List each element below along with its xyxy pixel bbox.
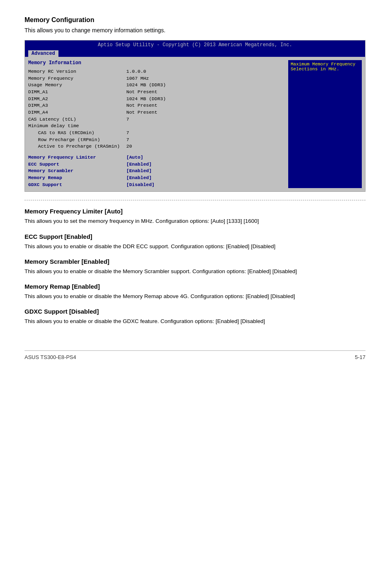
bios-tab-bar: Advanced bbox=[25, 49, 365, 57]
bios-row-freq-limiter[interactable]: Memory Frequency Limiter [Auto] bbox=[28, 154, 285, 161]
section-gdxc: GDXC Support [Disabled] This allows you … bbox=[25, 308, 365, 325]
bios-row-dimm-a2: DIMM_A2 1024 MB (DDR3) bbox=[28, 96, 285, 103]
page-subtitle: This allows you to change memory informa… bbox=[25, 27, 365, 34]
section-remap: Memory Remap [Enabled] This allows you t… bbox=[25, 283, 365, 301]
page-title: Memory Configuration bbox=[25, 16, 365, 24]
bios-row-trpmin: Row Precharge (tRPmin) 7 bbox=[28, 137, 285, 144]
bios-section-title: Memory Information bbox=[28, 60, 285, 66]
sections-container: Memory Frequency Limiter [Auto] This all… bbox=[25, 208, 365, 325]
bios-row-ecc[interactable]: ECC Support [Enabled] bbox=[28, 161, 285, 168]
section-scrambler: Memory Scrambler [Enabled] This allows y… bbox=[25, 258, 365, 276]
bios-tab-advanced[interactable]: Advanced bbox=[28, 50, 58, 57]
section-heading-scrambler: Memory Scrambler [Enabled] bbox=[25, 258, 365, 265]
footer-page: 5-17 bbox=[355, 354, 365, 360]
section-text-gdxc: This allows you to enable or disable the… bbox=[25, 317, 365, 325]
bios-main-panel: Memory Information Memory RC Version 1.0… bbox=[28, 60, 288, 188]
section-text-remap: This allows you to enable or disable the… bbox=[25, 292, 365, 301]
bios-header-bar: Aptio Setup Utility - Copyright (C) 2013… bbox=[25, 40, 365, 49]
bios-row-dimm-a4: DIMM_A4 Not Present bbox=[28, 109, 285, 116]
section-heading-gdxc: GDXC Support [Disabled] bbox=[25, 308, 365, 315]
section-text-scrambler: This allows you to enable or disable the… bbox=[25, 267, 365, 276]
section-heading-remap: Memory Remap [Enabled] bbox=[25, 283, 365, 290]
bios-row-dimm-a3: DIMM_A3 Not Present bbox=[28, 102, 285, 109]
bios-row-cas: CAS Latency (tCL) 7 bbox=[28, 116, 285, 123]
section-text-freq-limiter: This allows you to set the memory freque… bbox=[25, 217, 365, 225]
bios-sidebar-panel: Maximum Memory Frequency Selections in M… bbox=[288, 60, 362, 188]
page-footer: ASUS TS300-E8-PS4 5-17 bbox=[25, 350, 365, 360]
bios-row-remap[interactable]: Memory Remap [Enabled] bbox=[28, 175, 285, 182]
bios-content-area: Memory Information Memory RC Version 1.0… bbox=[25, 57, 365, 191]
bios-row-usage: Usage Memory 1024 MB (DDR3) bbox=[28, 82, 285, 89]
bios-row-scrambler[interactable]: Memory Scrambler [Enabled] bbox=[28, 168, 285, 175]
bios-row-trasmin: Active to Precharge (tRASmin) 20 bbox=[28, 143, 285, 150]
section-freq-limiter: Memory Frequency Limiter [Auto] This all… bbox=[25, 208, 365, 225]
section-ecc: ECC Support [Enabled] This allows you to… bbox=[25, 233, 365, 251]
bios-row-min-delay: Minimum delay time bbox=[28, 123, 285, 130]
bios-row-rc-version: Memory RC Version 1.0.0.0 bbox=[28, 68, 285, 75]
bios-row-freq: Memory Frequency 1067 MHz bbox=[28, 75, 285, 82]
bios-row-trcmdin: CAS to RAS (tRCDmin) 7 bbox=[28, 130, 285, 137]
bios-row-gdxc[interactable]: GDXC Support [Disabled] bbox=[28, 182, 285, 189]
bios-screenshot-box: Aptio Setup Utility - Copyright (C) 2013… bbox=[25, 40, 365, 192]
section-text-ecc: This allows you to enable or disable the… bbox=[25, 242, 365, 251]
dashed-separator bbox=[25, 200, 365, 200]
section-heading-ecc: ECC Support [Enabled] bbox=[25, 233, 365, 240]
section-heading-freq-limiter: Memory Frequency Limiter [Auto] bbox=[25, 208, 365, 215]
footer-model: ASUS TS300-E8-PS4 bbox=[25, 354, 76, 360]
bios-row-dimm-a1: DIMM_A1 Not Present bbox=[28, 89, 285, 96]
